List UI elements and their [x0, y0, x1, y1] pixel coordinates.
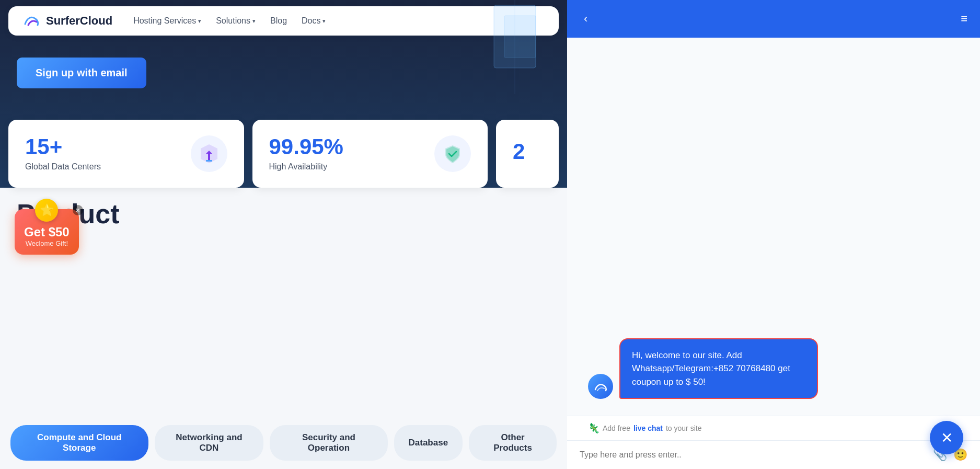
main-website: SurferCloud Hosting Services ▾ Solutions…	[0, 0, 567, 469]
chat-close-button[interactable]: ✕	[930, 421, 963, 454]
chat-panel: ‹ ≡ Hi, welcome to our site. Add Whatsap…	[567, 0, 980, 469]
chat-menu-button[interactable]: ≡	[961, 12, 967, 26]
chat-input[interactable]	[580, 450, 927, 460]
nav-hosting[interactable]: Hosting Services ▾	[133, 16, 201, 26]
stat-card-availability: 99.95% High Availability	[252, 120, 488, 188]
chat-body: Hi, welcome to our site. Add Whatsapp/Te…	[567, 38, 980, 416]
nav-docs[interactable]: Docs ▾	[302, 16, 326, 26]
brand-icon: 🦎	[588, 422, 599, 434]
tab-database[interactable]: Database	[394, 425, 463, 461]
chevron-down-icon: ▾	[252, 18, 256, 25]
availability-icon	[434, 135, 471, 172]
datacenter-icon	[191, 135, 227, 172]
close-gift-button[interactable]: ✕	[73, 205, 83, 215]
svg-rect-1	[504, 16, 536, 58]
stats-row: 15+ Global Data Centers 99.95% High Avai…	[0, 120, 567, 188]
nav-links: Hosting Services ▾ Solutions ▾ Blog Docs…	[133, 16, 326, 26]
logo[interactable]: SurferCloud	[23, 14, 112, 28]
hero-bg-decoration	[463, 0, 567, 94]
stat-card-partial: 2	[496, 120, 559, 188]
live-chat-link[interactable]: live chat	[633, 424, 663, 432]
chat-message: Hi, welcome to our site. Add Whatsapp/Te…	[619, 338, 818, 399]
chat-back-button[interactable]: ‹	[580, 10, 592, 28]
signup-button[interactable]: Sign up with email	[17, 58, 146, 88]
stat-card-datacenters: 15+ Global Data Centers	[8, 120, 244, 188]
product-section: Product	[0, 188, 567, 230]
chat-avatar	[588, 374, 613, 399]
tab-other[interactable]: Other Products	[469, 425, 557, 461]
chat-header: ‹ ≡	[567, 0, 980, 38]
star-icon: ⭐	[35, 199, 58, 222]
chevron-down-icon: ▾	[322, 18, 326, 25]
tab-networking[interactable]: Networking and CDN	[155, 425, 264, 461]
tab-security[interactable]: Security and Operation	[270, 425, 387, 461]
nav-blog[interactable]: Blog	[270, 16, 287, 26]
tab-compute[interactable]: Compute and Cloud Storage	[10, 425, 148, 461]
chat-input-row: 📎 🙂	[567, 440, 980, 469]
chat-message-row: Hi, welcome to our site. Add Whatsapp/Te…	[588, 338, 959, 399]
chat-brand-footer: 🦎 Add free live chat to your site	[567, 416, 980, 440]
category-tabs: Compute and Cloud Storage Networking and…	[0, 417, 567, 469]
chevron-down-icon: ▾	[198, 18, 201, 25]
gift-badge: ⭐ ✕ Get $50 Weclome Gift!	[15, 209, 79, 255]
nav-solutions[interactable]: Solutions ▾	[216, 16, 256, 26]
svg-rect-4	[206, 160, 212, 162]
